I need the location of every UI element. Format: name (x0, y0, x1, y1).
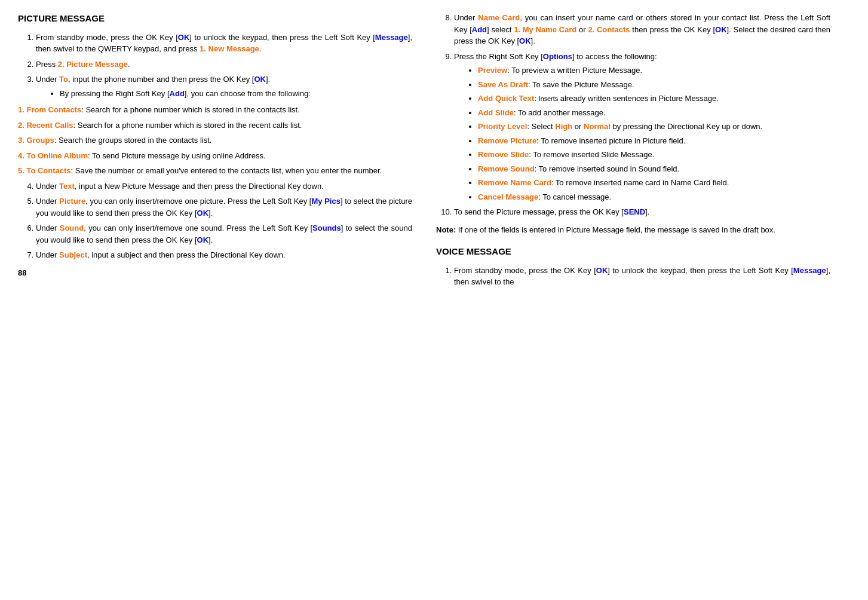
step-9-text: Press the Right Soft Key [Options] to ac… (454, 52, 657, 61)
sound-field: Sound (60, 224, 84, 232)
high-label: High (555, 122, 572, 131)
picture-message-link: 2. Picture Message (58, 60, 128, 69)
step-5: Under Picture, you can only insert/remov… (36, 195, 412, 219)
step-5-text: Under Picture, you can only insert/remov… (36, 197, 412, 218)
to-online-album-item: 4. To Online Album: To send Picture mess… (18, 150, 412, 162)
left-column: PICTURE MESSAGE From standby mode, press… (18, 12, 412, 588)
contacts-link: 2. Contacts (588, 25, 630, 34)
step-8: Under Name Card, you can insert your nam… (454, 12, 830, 47)
step-7-text: Under Subject, input a subject and then … (36, 250, 286, 259)
step-1: From standby mode, press the OK Key [OK]… (36, 32, 412, 55)
groups-item: 3. Groups: Search the groups stored in t… (18, 134, 412, 146)
options-list: Preview: To preview a written Picture Me… (454, 65, 830, 203)
step-3: Under To, input the phone number and the… (36, 74, 412, 99)
options-key: Options (543, 52, 572, 61)
my-pics-key: My Pics (311, 197, 340, 206)
send-key: SEND (624, 207, 645, 216)
option-remove-name-card: Remove Name Card: To remove inserted nam… (478, 177, 830, 189)
preview-label: Preview (478, 66, 507, 75)
step-6: Under Sound, you can only insert/remove … (36, 222, 412, 246)
remove-name-card-label: Remove Name Card (478, 178, 551, 187)
voice-message-list: From standby mode, press the OK Key [OK]… (436, 265, 830, 288)
option-save-draft: Save As Draft: To save the Picture Messa… (478, 79, 830, 91)
main-list-left: From standby mode, press the OK Key [OK]… (18, 32, 412, 100)
ok-key-6: OK (197, 235, 209, 244)
step-3-bullet-1: By pressing the Right Soft Key [Add], yo… (60, 88, 412, 100)
step-2-text: Press 2. Picture Message. (36, 60, 130, 69)
text-field: Text (59, 182, 75, 191)
sounds-key: Sounds (312, 224, 341, 232)
main-list-left-continued: Under Text, input a New Picture Message … (18, 180, 412, 261)
step-10-text: To send the Picture message, press the O… (454, 207, 649, 216)
option-priority-level: Priority Level: Select High or Normal by… (478, 121, 830, 133)
step-3-text: Under To, input the phone number and the… (36, 75, 270, 84)
to-field: To (59, 75, 68, 84)
step-3-bullets: By pressing the Right Soft Key [Add], yo… (36, 88, 412, 100)
step-2: Press 2. Picture Message. (36, 59, 412, 71)
normal-label: Normal (584, 122, 611, 131)
section-title-voice-message: VOICE MESSAGE (436, 245, 830, 259)
add-quick-text-label: Add Quick Text (478, 94, 534, 103)
remove-picture-label: Remove Picture (478, 136, 536, 145)
step-8-text: Under Name Card, you can insert your nam… (454, 13, 830, 45)
step-10: To send the Picture message, press the O… (454, 206, 830, 218)
note-label: Note: (436, 225, 456, 234)
save-draft-label: Save As Draft (478, 80, 528, 89)
to-contacts-item: 5. To Contacts: Save the number or email… (18, 165, 412, 177)
my-name-card-link: 1. My Name Card (514, 25, 576, 34)
page-container: PICTURE MESSAGE From standby mode, press… (0, 0, 868, 600)
recent-calls-item: 2. Recent Calls: Search for a phone numb… (18, 120, 412, 131)
remove-slide-label: Remove Slide (478, 150, 529, 159)
remove-sound-label: Remove Sound (478, 164, 535, 173)
note-paragraph: Note: If one of the fields is entered in… (436, 224, 830, 236)
voice-message-section: VOICE MESSAGE From standby mode, press t… (436, 245, 830, 288)
option-remove-slide: Remove Slide: To remove inserted Slide M… (478, 149, 830, 161)
ok-key-8b: OK (519, 36, 531, 45)
step-1-text: From standby mode, press the OK Key [OK]… (36, 33, 412, 54)
main-list-right: Under Name Card, you can insert your nam… (436, 12, 830, 218)
ok-key-8a: OK (715, 25, 727, 34)
right-column: Under Name Card, you can insert your nam… (436, 12, 830, 588)
step-4: Under Text, input a New Picture Message … (36, 180, 412, 192)
option-add-slide: Add Slide: To add another message. (478, 107, 830, 119)
message-key-voice: Message (793, 266, 826, 275)
add-slide-label: Add Slide (478, 108, 514, 117)
from-contacts-item: 1. From Contacts: Search for a phone num… (18, 104, 412, 116)
section-title-picture-message: PICTURE MESSAGE (18, 12, 412, 26)
add-key-3: Add (170, 89, 185, 98)
add-key-8: Add (472, 25, 487, 34)
step-7: Under Subject, input a subject and then … (36, 249, 412, 261)
name-card-field: Name Card (478, 13, 520, 22)
step-4-text: Under Text, input a New Picture Message … (36, 182, 324, 191)
ok-key-5: OK (197, 209, 209, 218)
option-cancel-message: Cancel Message: To cancel message. (478, 191, 830, 203)
voice-step-1-text: From standby mode, press the OK Key [OK]… (454, 266, 830, 287)
option-remove-sound: Remove Sound: To remove inserted sound i… (478, 163, 830, 175)
subject-field: Subject (59, 250, 87, 259)
option-remove-picture: Remove Picture: To remove inserted pictu… (478, 135, 830, 147)
page-number: 88 (18, 267, 412, 279)
new-message-link: 1. New Message (200, 44, 259, 53)
step-6-text: Under Sound, you can only insert/remove … (36, 224, 412, 244)
to-online-album-label: 4. To Online Album (18, 151, 88, 160)
cancel-message-label: Cancel Message (478, 192, 538, 201)
picture-field: Picture (59, 197, 85, 206)
from-contacts-label: 1. From Contacts (18, 105, 81, 114)
groups-label: 3. Groups (18, 136, 54, 145)
step-9: Press the Right Soft Key [Options] to ac… (454, 51, 830, 203)
inserts-label: Inserts (539, 95, 559, 102)
option-preview: Preview: To preview a written Picture Me… (478, 65, 830, 76)
ok-key-3: OK (254, 75, 266, 84)
ok-key-1: OK (178, 33, 190, 42)
priority-level-label: Priority Level (478, 122, 527, 131)
message-key-1: Message (375, 33, 408, 42)
option-add-quick-text: Add Quick Text: Inserts already written … (478, 93, 830, 105)
recent-calls-label: 2. Recent Calls (18, 121, 73, 130)
ok-key-voice: OK (596, 266, 608, 275)
voice-step-1: From standby mode, press the OK Key [OK]… (454, 265, 830, 288)
to-contacts-label: 5. To Contacts (18, 166, 71, 175)
